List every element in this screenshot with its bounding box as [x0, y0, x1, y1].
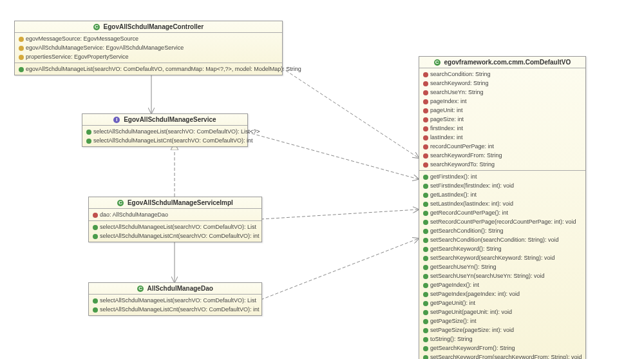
class-name: EgovAllSchdulManageController	[104, 23, 204, 30]
member-text: getSearchCondition(): String	[430, 228, 504, 234]
visibility-icon	[423, 319, 428, 324]
member-text: toString(): String	[430, 336, 473, 342]
visibility-icon	[423, 81, 428, 86]
visibility-icon	[423, 274, 428, 279]
visibility-icon	[423, 220, 428, 225]
member-row: searchKeyword: String	[419, 79, 585, 88]
member-row: getPageSize(): int	[419, 316, 585, 325]
member-row: setPageIndex(pageIndex: int): void	[419, 289, 585, 298]
member-row: setPageSize(pageSize: int): void	[419, 325, 585, 335]
member-row: selectAllSchdulManageListCnt(searchVO: C…	[82, 136, 247, 145]
member-row: lastIndex: int	[419, 133, 585, 142]
attributes-section: dao: AllSchdulManageDao	[89, 209, 261, 221]
member-text: setPageUnit(pageUnit: int): void	[430, 309, 512, 315]
member-text: setRecordCountPerPage(recordCountPerPage…	[430, 218, 576, 225]
member-text: getFirstIndex(): int	[430, 173, 477, 180]
member-row: getSearchKeywordFrom(): String	[419, 344, 585, 353]
member-row: pageSize: int	[419, 115, 585, 124]
member-text: selectAllSchdulManageListCnt(searchVO: C…	[93, 137, 253, 144]
member-row: getFirstIndex(): int	[419, 172, 585, 181]
member-text: selectAllSchdulManageeList(searchVO: Com…	[100, 224, 256, 230]
member-text: searchUseYn: String	[430, 89, 484, 95]
class-title: C EgovAllSchdulManageServiceImpl	[89, 197, 261, 209]
visibility-icon	[423, 108, 428, 113]
member-row: selectAllSchdulManageListCnt(searchVO: C…	[89, 305, 261, 314]
visibility-icon	[423, 117, 428, 122]
visibility-icon	[423, 283, 428, 288]
member-text: getLastIndex(): int	[430, 191, 477, 198]
member-text: setSearchKeyword(searchKeyword: String):…	[430, 255, 555, 261]
member-row: searchKeywordFrom: String	[419, 151, 585, 160]
member-row: setRecordCountPerPage(recordCountPerPage…	[419, 217, 585, 226]
visibility-icon	[423, 193, 428, 198]
member-row: egovAllSchdulManageService: EgovAllSchdu…	[15, 43, 282, 52]
member-row: propertiesService: EgovPropertyService	[15, 52, 282, 61]
member-row: getPageIndex(): int	[419, 280, 585, 289]
member-text: getSearchKeywordFrom(): String	[430, 345, 515, 351]
class-icon: C	[434, 59, 440, 66]
member-text: pageIndex: int	[430, 98, 467, 104]
visibility-icon	[423, 292, 428, 297]
member-row: pageIndex: int	[419, 97, 585, 106]
class-service-interface[interactable]: I EgovAllSchdulManageService selectAllSc…	[82, 113, 248, 147]
member-row: egovAllSchdulManageList(searchVO: ComDef…	[15, 64, 282, 73]
member-text: setSearchCondition(searchCondition: Stri…	[430, 237, 559, 243]
visibility-icon	[93, 298, 98, 304]
visibility-icon	[423, 184, 428, 189]
member-text: getPageUnit(): int	[430, 300, 475, 306]
class-controller[interactable]: C EgovAllSchdulManageController egovMess…	[14, 21, 283, 75]
visibility-icon	[423, 247, 428, 252]
class-title: C EgovAllSchdulManageController	[15, 21, 282, 33]
member-row: selectAllSchdulManageeList(searchVO: Com…	[89, 222, 261, 231]
member-row: getPageUnit(): int	[419, 298, 585, 307]
interface-icon: I	[113, 117, 120, 123]
member-row: pageUnit: int	[419, 106, 585, 115]
member-text: selectAllSchdulManageeList(searchVO: Com…	[93, 128, 260, 135]
member-text: setFirstIndex(firstIndex: int): void	[430, 182, 514, 189]
visibility-icon	[423, 337, 428, 342]
member-text: recordCountPerPage: int	[430, 143, 494, 150]
visibility-icon	[423, 355, 428, 359]
member-row: dao: AllSchdulManageDao	[89, 210, 261, 219]
visibility-icon	[423, 211, 428, 216]
member-row: selectAllSchdulManageListCnt(searchVO: C…	[89, 231, 261, 240]
svg-line-3	[281, 68, 419, 158]
member-row: egovMessageSource: EgovMessageSource	[15, 34, 282, 43]
member-text: getSearchKeyword(): String	[430, 246, 502, 252]
class-title: C egovframework.com.cmm.ComDefaultVO	[419, 57, 585, 68]
member-text: getSearchUseYn(): String	[430, 264, 497, 270]
member-text: getPageSize(): int	[430, 318, 477, 324]
class-comdefaultvo[interactable]: C egovframework.com.cmm.ComDefaultVO sea…	[419, 56, 586, 359]
member-row: firstIndex: int	[419, 124, 585, 133]
member-row: setLastIndex(lastIndex: int): void	[419, 199, 585, 208]
member-row: setSearchKeyword(searchKeyword: String):…	[419, 253, 585, 262]
class-service-impl[interactable]: C EgovAllSchdulManageServiceImpl dao: Al…	[88, 197, 262, 242]
visibility-icon	[423, 256, 428, 261]
member-row: getRecordCountPerPage(): int	[419, 208, 585, 217]
member-text: setPageSize(pageSize: int): void	[430, 327, 514, 333]
member-text: setSearchUseYn(searchUseYn: String): voi…	[430, 273, 545, 279]
member-text: searchKeywordFrom: String	[430, 152, 502, 159]
member-text: setPageIndex(pageIndex: int): void	[430, 291, 520, 297]
member-text: selectAllSchdulManageListCnt(searchVO: C…	[100, 306, 260, 313]
class-dao[interactable]: C AllSchdulManageDao selectAllSchdulMana…	[88, 282, 262, 316]
member-row: setSearchUseYn(searchUseYn: String): voi…	[419, 271, 585, 280]
member-text: getRecordCountPerPage(): int	[430, 209, 508, 216]
member-text: setLastIndex(lastIndex: int): void	[430, 200, 513, 207]
visibility-icon	[423, 126, 428, 131]
visibility-icon	[423, 135, 428, 141]
member-row: toString(): String	[419, 335, 585, 344]
member-text: pageSize: int	[430, 116, 464, 122]
member-row: getSearchCondition(): String	[419, 226, 585, 235]
class-icon: C	[93, 24, 100, 30]
visibility-icon	[93, 234, 98, 239]
member-row: setSearchCondition(searchCondition: Stri…	[419, 235, 585, 244]
member-text: getPageIndex(): int	[430, 282, 479, 288]
member-text: egovMessageSource: EgovMessageSource	[26, 35, 138, 42]
visibility-icon	[423, 265, 428, 270]
member-row: searchCondition: String	[419, 70, 585, 79]
visibility-icon	[423, 162, 428, 168]
visibility-icon	[423, 90, 428, 95]
visibility-icon	[19, 37, 24, 42]
member-row: setFirstIndex(firstIndex: int): void	[419, 181, 585, 190]
